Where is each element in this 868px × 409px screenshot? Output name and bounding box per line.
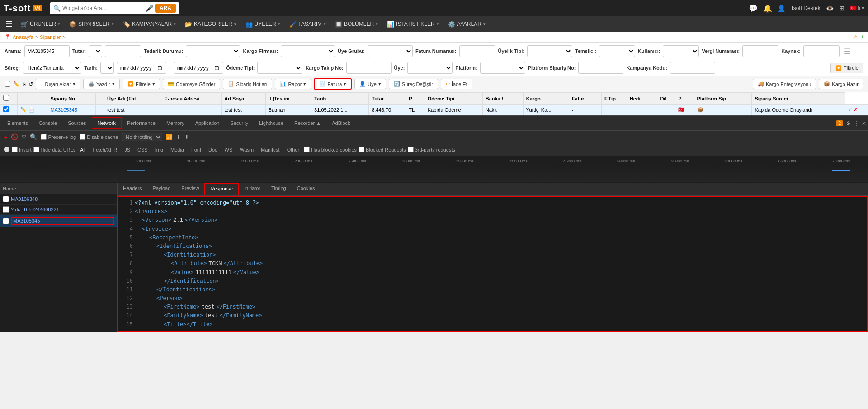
throttle-select[interactable]: No throttling [122,133,162,141]
disari-aktar-button[interactable]: ↑ Dışarı Aktar ▾ [36,79,80,89]
download-icon[interactable]: ⬇ [184,134,189,140]
filter-manifest[interactable]: Manifest [258,146,283,153]
record-icon[interactable]: ● [4,133,7,141]
third-party-checkbox[interactable]: 3rd-party requests [408,147,455,152]
filtrele-button[interactable]: 🔽 Filtrele [830,63,863,73]
nav-item-kampanyalar[interactable]: 🏷️ KAMPANYALAR ▾ [118,18,180,30]
tarih-start-input[interactable] [117,62,166,74]
kargo-hazir-button[interactable]: 📦 Kargo Hazır [819,79,863,89]
devtools-close-icon[interactable]: ✕ [862,120,866,127]
bell-icon[interactable]: 🔔 [763,4,772,13]
platform-select[interactable] [480,62,525,74]
filter-ws[interactable]: WS [222,146,236,153]
hamburger-button[interactable]: ☰ [2,16,16,32]
nav-item-bolumler[interactable]: 🔲 BÖLÜMLER ▾ [330,18,382,30]
platform-sip-input[interactable] [578,62,623,74]
request-item-2[interactable]: MA3105345 [0,215,117,227]
uye-button[interactable]: 👤 Üye ▾ [354,79,386,89]
kullanici-select[interactable] [663,45,699,57]
resp-tab-preview[interactable]: Preview [176,183,204,195]
devtools-tab-console[interactable]: Console [33,118,62,129]
rapor-button[interactable]: 📊 Rapor ▾ [275,79,311,89]
mic-icon[interactable]: 🎤 [146,5,153,12]
yazdir-button[interactable]: 🖨️ Yazdır ▾ [83,79,120,89]
filter-icon-dt[interactable]: ▽ [22,133,26,140]
nav-item-siparisler[interactable]: 📦 SİPARİŞLER ▾ [65,18,118,30]
iade-et-button[interactable]: ↩ İade Et [441,79,472,89]
request-item-1[interactable]: ?.dc=1654244608221 [0,204,117,215]
row-checkbox[interactable] [3,106,9,112]
devtools-tab-lighthouse[interactable]: Lighthouse [254,118,289,129]
siparis-notlari-button[interactable]: 📋 Sipariş Notları [223,79,272,89]
req-checkbox-2[interactable] [3,218,9,224]
disable-cache-checkbox[interactable]: Disable cache [80,134,118,140]
kargo-firma-select[interactable] [281,45,335,57]
filter-other[interactable]: Other [284,146,302,153]
surec-select[interactable]: Henüz Tamamla [23,62,81,74]
resp-tab-cookies[interactable]: Cookies [292,183,321,195]
devtools-tab-performance[interactable]: Performance [122,118,161,129]
nav-item-tasarim[interactable]: 🖌️ TASARIM ▾ [285,18,330,30]
devtools-more-icon[interactable]: ⋮ [854,120,859,127]
nav-item-urunler[interactable]: 🛒 ÜRÜNLER ▾ [16,18,65,30]
odeme-tipi-select[interactable] [257,62,302,74]
search-icon-dt[interactable]: 🔍 [30,133,37,140]
grid-icon[interactable]: ⊞ [839,5,844,12]
nav-item-kategoriler[interactable]: 📂 KATEGORİLER ▾ [180,18,241,30]
search-button[interactable]: ARA [155,4,176,13]
devtools-tab-network[interactable]: Network [92,117,122,129]
preserve-log-checkbox[interactable]: Preserve log [41,134,76,140]
hide-data-urls-checkbox[interactable]: Hide data URLs [33,147,76,152]
nav-item-istatistikler[interactable]: 📊 İSTATİSTİKLER ▾ [382,18,443,30]
table-row[interactable]: ✏️ 📄 MA3105345 test test test test Batma… [0,105,868,115]
vergi-no-input[interactable] [742,45,778,57]
req-checkbox-0[interactable] [3,196,9,202]
filter-font[interactable]: Font [189,146,204,153]
uye-select[interactable] [407,62,453,74]
refresh-icon[interactable]: ↺ [28,81,33,87]
devtools-tab-elements[interactable]: Elements [2,118,33,129]
row-x-icon[interactable]: ✗ [854,107,858,112]
devtools-tab-application[interactable]: Application [190,118,225,129]
platform-icon[interactable]: 📦 [697,107,703,112]
filter-js[interactable]: JS [122,146,133,153]
uye-grubu-select[interactable] [368,45,413,57]
filter-all[interactable]: All [77,146,88,153]
invert-checkbox[interactable]: Invert [12,147,32,152]
lang-icon[interactable]: 🇹🇷 tr ▾ [850,5,864,11]
has-blocked-checkbox[interactable]: Has blocked cookies [304,147,357,152]
odemeye-gonder-button[interactable]: 💳 Ödemeye Gönder [163,79,220,89]
tutar-input[interactable] [105,45,141,57]
resp-tab-timing[interactable]: Timing [266,183,292,195]
edit-icon[interactable]: ✏️ [13,81,20,87]
devtools-tab-security[interactable]: Security [225,118,254,129]
clear-icon[interactable]: 🚫 [11,133,18,140]
upload-icon[interactable]: ⬆ [176,134,181,140]
resp-tab-response[interactable]: Response [204,183,239,195]
devtools-tab-sources[interactable]: Sources [62,118,91,129]
kargo-takip-input[interactable] [346,62,392,74]
temsilci-select[interactable] [599,45,635,57]
fatura-no-input[interactable] [459,45,495,57]
filter-img[interactable]: Img [152,146,166,153]
tutar-select[interactable]: - [89,45,102,57]
row-edit-icon[interactable]: ✏️ [20,107,27,113]
uyelik-tipi-select[interactable] [527,45,572,57]
settings-icon[interactable]: ☰ [844,47,850,56]
devtools-tab-recorder[interactable]: Recorder ▲ [289,118,326,129]
user-icon[interactable]: 👤 [778,5,785,12]
filter-css[interactable]: CSS [135,146,151,153]
filter-media[interactable]: Media [168,146,187,153]
copy-icon[interactable]: ⎘ [23,81,26,87]
tarih-end-input[interactable] [174,62,223,74]
breadcrumb-home[interactable]: Anasayfa [13,34,33,40]
nav-item-uyeler[interactable]: 👥 ÜYELER ▾ [241,18,285,30]
nav-item-ayarlar[interactable]: ⚙️ AYARLAR ▾ [443,18,490,30]
tedark-select[interactable] [186,45,240,57]
blocked-req-checkbox[interactable]: Blocked Requests [359,147,406,152]
kargo-entegrasyon-button[interactable]: 🚚 Kargo Entegrasyonu [753,79,816,89]
eye-icon[interactable]: 👁️ [826,5,834,12]
row-tick-icon[interactable]: ✓ [848,107,852,112]
kampanya-kodu-input[interactable] [670,62,715,74]
request-item-0[interactable]: MA0106348 [0,194,117,204]
